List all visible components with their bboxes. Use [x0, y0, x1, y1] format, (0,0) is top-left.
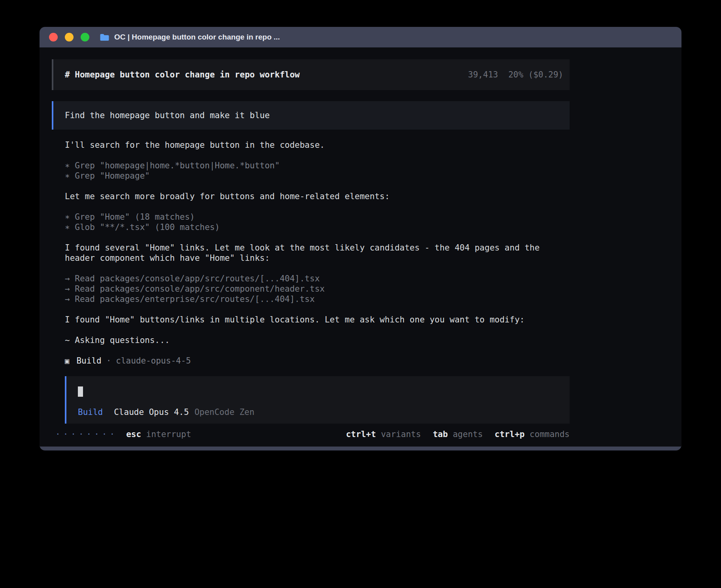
agent-separator: · — [106, 356, 111, 366]
traffic-lights — [49, 33, 89, 41]
tool-call-group: → Read packages/console/app/src/routes/[… — [65, 273, 570, 304]
session-stats: 39,413 20% ($0.29) — [468, 70, 563, 80]
hint-key: tab — [433, 430, 448, 439]
hint-commands: ctrl+p commands — [495, 429, 570, 439]
input-mode-line: Build Claude Opus 4.5 OpenCode Zen — [78, 407, 570, 417]
folder-icon — [100, 33, 109, 41]
tool-call-grep: ∗ Grep "Homepage" — [65, 171, 570, 181]
text-cursor — [78, 386, 83, 397]
hint-label: commands — [530, 430, 570, 439]
window-titlebar[interactable]: OC | Homepage button color change in rep… — [40, 27, 681, 47]
hint-variants: ctrl+t variants — [346, 429, 421, 439]
terminal-window: OC | Homepage button color change in rep… — [40, 27, 681, 450]
tool-call-glob: ∗ Glob "**/*.tsx" (100 matches) — [65, 222, 570, 232]
assistant-message: I found "Home" buttons/links in multiple… — [65, 315, 570, 325]
hint-key: ctrl+t — [346, 430, 376, 439]
zoom-button[interactable] — [81, 33, 89, 41]
window-title: OC | Homepage button color change in rep… — [114, 33, 280, 41]
hint-label: interrupt — [146, 430, 191, 439]
hint-key: esc — [126, 430, 141, 439]
tool-call-grep: ∗ Grep "homepage|home.*button|Home.*butt… — [65, 160, 570, 171]
transcript: I'll search for the homepage button in t… — [65, 140, 570, 424]
tool-call-group: ∗ Grep "homepage|home.*button|Home.*butt… — [65, 160, 570, 181]
provider-name: OpenCode Zen — [194, 407, 255, 417]
hint-label: agents — [453, 430, 483, 439]
assistant-working-status: ~ Asking questions... — [65, 335, 570, 345]
hint-label: variants — [381, 430, 421, 439]
hint-agents: tab agents — [433, 429, 483, 439]
close-button[interactable] — [49, 33, 58, 41]
hint-interrupt: esc interrupt — [126, 429, 191, 439]
tool-call-read: → Read packages/enterprise/src/routes/[.… — [65, 294, 570, 304]
hint-key: ctrl+p — [495, 430, 525, 439]
terminal-content: # Homepage button color change in repo w… — [40, 47, 681, 447]
minimize-button[interactable] — [65, 33, 74, 41]
session-title: # Homepage button color change in repo w… — [65, 70, 300, 80]
agent-model: claude-opus-4-5 — [116, 356, 191, 366]
session-header: # Homepage button color change in repo w… — [52, 59, 570, 90]
agent-name: Build — [76, 356, 101, 366]
user-message-text: Find the homepage button and make it blu… — [65, 110, 270, 121]
assistant-message: Let me search more broadly for buttons a… — [65, 191, 570, 202]
status-bar-right: ctrl+t variants tab agents ctrl+p comman… — [346, 429, 570, 439]
user-message: Find the homepage button and make it blu… — [52, 101, 570, 130]
model-name: Claude Opus 4.5 — [114, 407, 189, 417]
assistant-message: I'll search for the homepage button in t… — [65, 140, 570, 150]
status-bar: ········ esc interrupt ctrl+t variants t… — [55, 429, 570, 439]
assistant-message: I found several "Home" links. Let me loo… — [65, 243, 570, 263]
tool-call-read: → Read packages/console/app/src/componen… — [65, 284, 570, 294]
agent-icon: ▣ — [65, 356, 69, 366]
prompt-input[interactable]: Build Claude Opus 4.5 OpenCode Zen — [65, 376, 570, 424]
window-title-area: OC | Homepage button color change in rep… — [100, 33, 280, 41]
agent-status-line: ▣ Build · claude-opus-4-5 — [65, 356, 570, 366]
mode-indicator[interactable]: Build — [78, 407, 103, 417]
tool-call-grep: ∗ Grep "Home" (18 matches) — [65, 212, 570, 222]
context-usage: 20% ($0.29) — [508, 70, 563, 80]
spinner-dots: ········ — [55, 429, 117, 439]
token-count: 39,413 — [468, 70, 498, 80]
tool-call-group: ∗ Grep "Home" (18 matches) ∗ Glob "**/*.… — [65, 212, 570, 232]
tool-call-read: → Read packages/console/app/src/routes/[… — [65, 273, 570, 284]
